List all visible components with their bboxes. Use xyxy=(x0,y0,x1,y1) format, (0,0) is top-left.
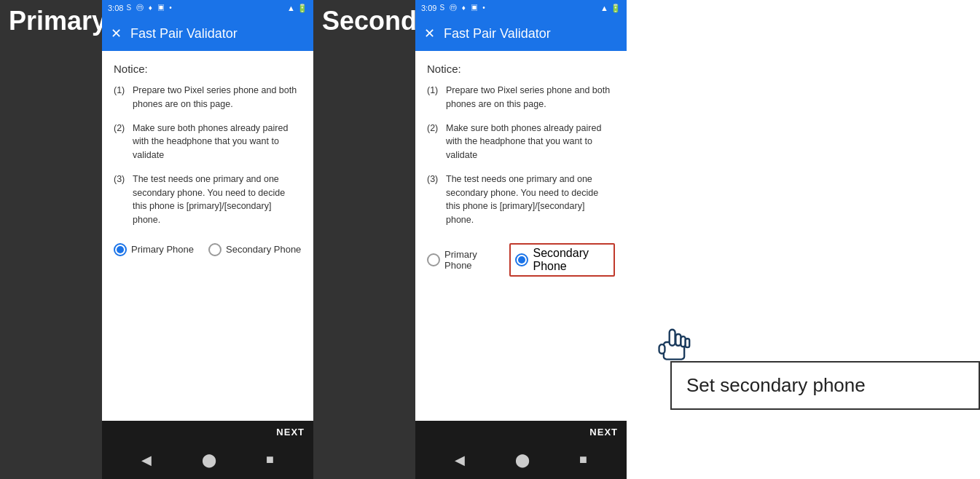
primary-wifi-icon: ▲ xyxy=(287,4,295,12)
secondary-battery-icon: 🔋 xyxy=(611,4,621,13)
secondary-content: Notice: (1) Prepare two Pixel series pho… xyxy=(415,51,627,421)
primary-radio-group: Primary Phone Secondary Phone xyxy=(114,237,302,262)
primary-time: 3:08 xyxy=(108,4,123,12)
secondary-home-icon[interactable]: ⬤ xyxy=(515,452,530,468)
primary-notice-item-3: (3) The test needs one primary and one s… xyxy=(114,173,302,227)
secondary-time: 3:09 xyxy=(421,4,436,12)
primary-app-bar: ✕ Fast Pair Validator xyxy=(102,16,313,51)
primary-next-button[interactable]: NEXT xyxy=(276,427,305,438)
primary-bottom-bar: NEXT ◀ ⬤ ■ xyxy=(102,421,313,479)
primary-battery-icon: 🔋 xyxy=(297,4,307,13)
secondary-status-bar: 3:09 S ⓜ ♦ ▣ • ▲ 🔋 xyxy=(415,0,627,16)
secondary-notice-item-1: (1) Prepare two Pixel series phone and b… xyxy=(427,84,615,111)
primary-content: Notice: (1) Prepare two Pixel series pho… xyxy=(102,51,313,421)
secondary-radio-secondary-circle xyxy=(515,253,528,266)
tooltip-set-secondary-phone: Set secondary phone xyxy=(670,361,980,410)
primary-back-icon[interactable]: ◀ xyxy=(141,452,152,468)
primary-radio-secondary-circle xyxy=(208,243,222,256)
primary-radio-primary-label: Primary Phone xyxy=(131,244,194,255)
cursor-hand-icon xyxy=(656,326,692,366)
secondary-nav-icons: ◀ ⬤ ■ xyxy=(415,440,627,479)
secondary-radio-primary-circle xyxy=(427,253,440,266)
secondary-next-button[interactable]: NEXT xyxy=(589,427,618,438)
secondary-next-area: NEXT xyxy=(415,421,627,440)
primary-app-title: Fast Pair Validator xyxy=(130,26,238,41)
secondary-label: Secondary xyxy=(313,0,415,479)
primary-home-icon[interactable]: ⬤ xyxy=(202,452,216,468)
primary-radio-secondary-label: Secondary Phone xyxy=(226,244,301,255)
primary-next-area: NEXT xyxy=(102,421,313,440)
secondary-notice-item-3: (3) The test needs one primary and one s… xyxy=(427,173,615,227)
secondary-recents-icon[interactable]: ■ xyxy=(579,452,587,467)
primary-label: Primary xyxy=(0,0,102,479)
primary-recents-icon[interactable]: ■ xyxy=(266,452,274,467)
secondary-notice-title: Notice: xyxy=(427,63,615,75)
primary-status-bar: 3:08 S ⓜ ♦ ▣ • ▲ 🔋 xyxy=(102,0,313,16)
secondary-back-icon[interactable]: ◀ xyxy=(455,452,465,468)
primary-notice-item-2: (2) Make sure both phones already paired… xyxy=(114,122,302,162)
annotation-area: Set secondary phone xyxy=(627,0,980,479)
secondary-bottom-bar: NEXT ◀ ⬤ ■ xyxy=(415,421,627,479)
svg-rect-1 xyxy=(670,330,675,346)
primary-phone-screen: 3:08 S ⓜ ♦ ▣ • ▲ 🔋 ✕ Fast Pair Validator… xyxy=(102,0,313,479)
secondary-radio-secondary-label: Secondary Phone xyxy=(533,247,609,273)
secondary-app-bar: ✕ Fast Pair Validator xyxy=(415,16,627,51)
secondary-status-right: ▲ 🔋 xyxy=(600,4,621,13)
primary-notice-title: Notice: xyxy=(114,63,302,75)
secondary-notice-item-2: (2) Make sure both phones already paired… xyxy=(427,122,615,162)
secondary-radio-primary[interactable]: Primary Phone xyxy=(427,249,495,271)
secondary-radio-primary-label: Primary Phone xyxy=(444,249,495,271)
primary-radio-secondary[interactable]: Secondary Phone xyxy=(208,243,301,256)
primary-nav-icons: ◀ ⬤ ■ xyxy=(102,440,313,479)
svg-rect-4 xyxy=(686,339,690,347)
primary-radio-primary[interactable]: Primary Phone xyxy=(114,243,194,256)
primary-close-button[interactable]: ✕ xyxy=(111,25,122,41)
primary-status-right: ▲ 🔋 xyxy=(287,4,307,13)
svg-rect-5 xyxy=(659,344,665,354)
primary-status-left: 3:08 S ⓜ ♦ ▣ • xyxy=(108,3,173,13)
secondary-wifi-icon: ▲ xyxy=(600,4,608,12)
primary-status-icons: S ⓜ ♦ ▣ • xyxy=(126,3,173,13)
secondary-status-left: 3:09 S ⓜ ♦ ▣ • xyxy=(421,3,487,13)
secondary-radio-secondary-box: Secondary Phone xyxy=(509,243,615,277)
secondary-phone-screen: 3:09 S ⓜ ♦ ▣ • ▲ 🔋 ✕ Fast Pair Validator… xyxy=(415,0,627,479)
secondary-app-title: Fast Pair Validator xyxy=(444,26,551,41)
secondary-radio-group: Primary Phone Secondary Phone xyxy=(427,237,615,282)
right-panel: Secondary 3:09 S ⓜ ♦ ▣ • ▲ 🔋 ✕ Fast Pair… xyxy=(313,0,980,479)
left-panel: Primary 3:08 S ⓜ ♦ ▣ • ▲ 🔋 ✕ Fast Pair V… xyxy=(0,0,313,479)
secondary-status-icons: S ⓜ ♦ ▣ • xyxy=(439,3,486,13)
primary-radio-primary-circle xyxy=(114,243,127,256)
secondary-close-button[interactable]: ✕ xyxy=(424,25,435,41)
primary-notice-item-1: (1) Prepare two Pixel series phone and b… xyxy=(114,84,302,111)
